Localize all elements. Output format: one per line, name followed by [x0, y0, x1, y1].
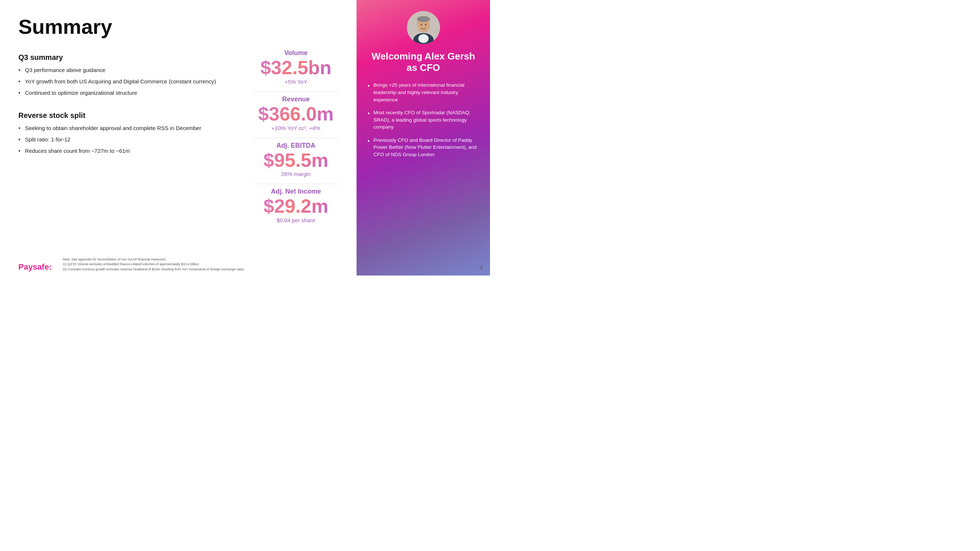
page-number: 3 [480, 265, 483, 270]
list-item: Continued to optimize organizational str… [18, 89, 217, 97]
metric-netincome-label: Adj. Net Income [243, 188, 349, 195]
avatar-svg [407, 11, 440, 44]
metric-ebitda: Adj. EBITDA $95.5m 26% margin [243, 142, 349, 178]
q3-heading: Q3 summary [18, 53, 217, 62]
right-bullet-list: Brings +25 years of international financ… [368, 81, 479, 164]
slide-title: Summary [18, 15, 217, 38]
svg-point-4 [417, 16, 430, 22]
list-item: Seeking to obtain shareholder approval a… [18, 124, 217, 132]
right-section: Welcoming Alex Gersh as CFO Brings +25 y… [356, 0, 490, 275]
footer-note-1: Note: See appendix for reconciliation of… [63, 257, 245, 262]
metric-revenue: Revenue $366.0m +10% YoY cc¹; +4% [243, 95, 349, 131]
metric-revenue-sub: +10% YoY cc¹; +4% [243, 125, 349, 131]
svg-point-5 [420, 24, 422, 26]
list-item: Q3 performance above guidance [18, 66, 217, 74]
footer-note-2: (1) Q3'22 Volume excludes embedded finan… [63, 262, 245, 267]
metric-netincome-sub: $0.04 per share [243, 217, 349, 223]
footer-note-3: (2) Constant currency growth excludes re… [63, 267, 245, 272]
welcome-title: Welcoming Alex Gersh as CFO [368, 51, 479, 73]
metric-volume-sub: +5% YoY [243, 79, 349, 85]
svg-point-6 [425, 24, 426, 26]
logo-colon: : [49, 262, 51, 272]
list-item: YoY growth from both US Acquiring and Di… [18, 78, 217, 85]
q3-bullet-list: Q3 performance above guidance YoY growth… [18, 66, 217, 100]
metric-divider-2 [253, 138, 339, 138]
svg-point-2 [418, 34, 429, 43]
metric-revenue-label: Revenue [243, 95, 349, 103]
metric-ebitda-value: $95.5m [243, 150, 349, 170]
list-item: Most recently CFO of Sportradar (NASDAQ:… [368, 109, 479, 131]
avatar [407, 11, 440, 44]
metric-revenue-value: $366.0m [243, 104, 349, 124]
metric-volume-label: Volume [243, 49, 349, 57]
metric-volume-value: $32.5bn [243, 58, 349, 78]
left-section: Summary Q3 summary Q3 performance above … [0, 0, 235, 275]
metric-netincome: Adj. Net Income $29.2m $0.04 per share [243, 188, 349, 223]
footer: Paysafe: Note: See appendix for reconcil… [0, 254, 356, 276]
metric-ebitda-sub: 26% margin [243, 171, 349, 177]
rss-bullet-list: Seeking to obtain shareholder approval a… [18, 124, 217, 158]
metric-volume: Volume $32.5bn +5% YoY [243, 49, 349, 85]
metric-divider-3 [253, 184, 339, 184]
list-item: Reduces share count from ~727m to ~61m [18, 147, 217, 155]
rss-heading: Reverse stock split [18, 111, 217, 120]
list-item: Brings +25 years of international financ… [368, 81, 479, 103]
slide-container: Summary Q3 summary Q3 performance above … [0, 0, 490, 275]
metric-divider-1 [253, 92, 339, 92]
list-item: Split ratio: 1-for-12 [18, 135, 217, 143]
metrics-section: Volume $32.5bn +5% YoY Revenue $366.0m +… [235, 0, 356, 275]
paysafe-logo: Paysafe: [18, 262, 52, 272]
metric-ebitda-label: Adj. EBITDA [243, 142, 349, 149]
metric-netincome-value: $29.2m [243, 196, 349, 216]
footer-notes: Note: See appendix for reconciliation of… [63, 257, 245, 272]
logo-text: Paysafe [18, 262, 49, 272]
list-item: Previously CFO and Board Director of Pad… [368, 137, 479, 158]
